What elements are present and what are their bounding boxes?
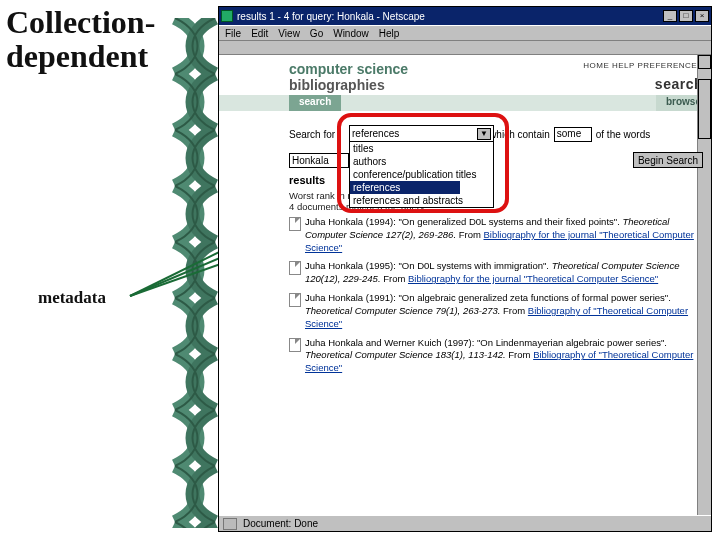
document-icon [289, 261, 301, 275]
maximize-button[interactable]: □ [679, 10, 693, 22]
label-whichcontain: which contain [489, 129, 550, 140]
query-input[interactable] [289, 153, 349, 168]
status-icon [223, 518, 237, 530]
tabs-row: search browse [219, 95, 711, 111]
status-text: Document: Done [243, 518, 318, 529]
menu-file[interactable]: File [225, 28, 241, 39]
results-list: Juha Honkala (1994): "On generalized D0L… [219, 216, 711, 385]
list-item: Juha Honkala (1995): "On D0L systems wit… [289, 260, 703, 286]
document-icon [289, 338, 301, 352]
field-option[interactable]: titles [350, 142, 493, 155]
list-item: Juha Honkala (1991): "On algebraic gener… [289, 292, 703, 330]
menu-help[interactable]: Help [379, 28, 400, 39]
field-option[interactable]: authors [350, 155, 493, 168]
tab-search[interactable]: search [289, 95, 341, 111]
search-heading: search [583, 76, 703, 92]
window-title: results 1 - 4 for query: Honkala - Netsc… [237, 11, 659, 22]
menu-edit[interactable]: Edit [251, 28, 268, 39]
list-item: Juha Honkala (1994): "On generalized D0L… [289, 216, 703, 254]
menubar: File Edit View Go Window Help [219, 25, 711, 41]
source-link[interactable]: Bibliography for the journal "Theoretica… [408, 273, 658, 284]
label-searchfor: Search for [289, 129, 335, 140]
field-select-value: references [352, 128, 399, 139]
metadata-annotation: metadata [38, 288, 106, 308]
minimize-button[interactable]: _ [663, 10, 677, 22]
field-option[interactable]: conference/publication titles [350, 168, 493, 181]
list-item: Juha Honkala and Werner Kuich (1997): "O… [289, 337, 703, 375]
toolbar [219, 41, 711, 55]
menu-window[interactable]: Window [333, 28, 369, 39]
braid-decoration [165, 18, 225, 528]
svg-rect-0 [165, 18, 225, 528]
statusbar: Document: Done [219, 515, 711, 531]
menu-go[interactable]: Go [310, 28, 323, 39]
scroll-up-button[interactable] [698, 55, 711, 69]
slide-title: Collection- dependent [6, 6, 155, 73]
search-form: Search for references ▼ titlesauthorscon… [219, 111, 711, 172]
label-ofwords: of the words [596, 129, 650, 140]
menu-view[interactable]: View [278, 28, 300, 39]
chevron-down-icon[interactable]: ▼ [477, 128, 491, 140]
browser-window: results 1 - 4 for query: Honkala - Netsc… [218, 6, 712, 532]
close-button[interactable]: × [695, 10, 709, 22]
document-icon [289, 217, 301, 231]
netscape-icon [221, 10, 233, 22]
field-option[interactable]: references and abstracts [350, 194, 493, 207]
document-icon [289, 293, 301, 307]
titlebar[interactable]: results 1 - 4 for query: Honkala - Netsc… [219, 7, 711, 25]
field-option[interactable]: references [350, 181, 460, 194]
some-select[interactable]: some [554, 127, 592, 142]
field-select[interactable]: references ▼ titlesauthorsconference/pub… [349, 125, 494, 208]
top-links[interactable]: HOME HELP PREFERENCES search [583, 61, 703, 92]
site-brand: computer science bibliographies [289, 61, 408, 93]
begin-search-button[interactable]: Begin Search [633, 152, 703, 168]
